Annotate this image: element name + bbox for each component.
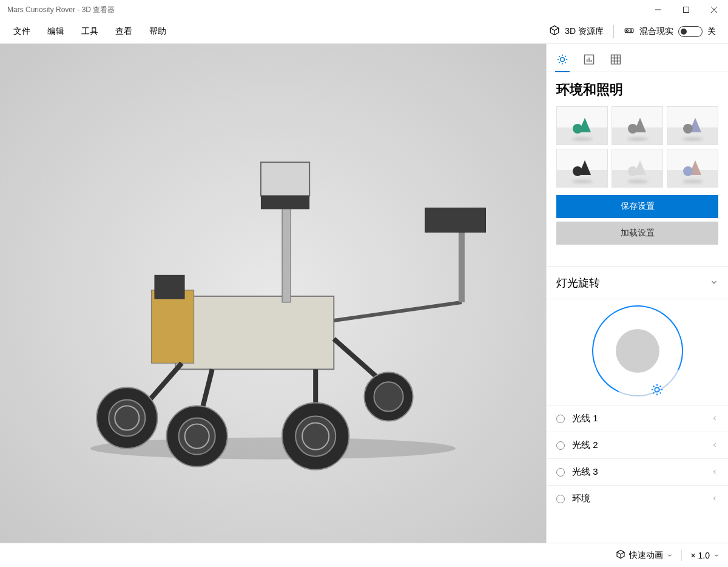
menubar-left: 文件 编辑 工具 查看 帮助	[5, 22, 175, 41]
env-lighting-panel: 环境和照明 保存设置 加载设置	[547, 72, 728, 257]
preset-thumb-3[interactable]	[667, 106, 718, 145]
chart-icon	[583, 53, 595, 66]
radio-icon[interactable]	[556, 495, 565, 503]
menubar-divider	[613, 25, 614, 38]
mixed-reality-toggle[interactable]	[678, 26, 703, 37]
close-button[interactable]	[700, 0, 728, 19]
rotation-header-label: 灯光旋转	[556, 276, 600, 290]
headset-icon	[624, 25, 635, 38]
grid-icon	[610, 53, 622, 66]
mixed-reality-label: 混合现实	[639, 26, 673, 37]
library-label: 3D 资源库	[565, 26, 604, 37]
chevron-left-icon	[711, 494, 718, 504]
sidebar: 环境和照明 保存设置 加载设置 灯光旋转	[546, 44, 728, 543]
menu-help[interactable]: 帮助	[141, 22, 175, 41]
minimize-button[interactable]	[644, 0, 672, 19]
menu-edit[interactable]: 编辑	[39, 22, 73, 41]
chevron-down-icon	[713, 551, 720, 560]
light-row-1[interactable]: 光线 1	[547, 405, 728, 432]
chevron-down-icon	[667, 551, 673, 560]
light-label: 光线 1	[572, 413, 711, 424]
quick-anim-button[interactable]: 快速动画	[616, 549, 673, 561]
light-label: 光线 3	[572, 466, 711, 478]
svg-rect-12	[261, 162, 309, 195]
menubar: 文件 编辑 工具 查看 帮助 3D 资源库 混合现实 关	[0, 19, 728, 44]
svg-point-28	[374, 382, 403, 411]
light-label: 环境	[572, 493, 711, 504]
content-area: 环境和照明 保存设置 加载设置 灯光旋转	[0, 44, 728, 543]
svg-point-26	[295, 416, 335, 457]
tab-lighting[interactable]	[556, 51, 568, 72]
menu-tools[interactable]: 工具	[73, 22, 107, 41]
menu-view[interactable]: 查看	[107, 22, 141, 41]
rotation-dial[interactable]	[592, 305, 683, 396]
rotation-section-header[interactable]: 灯光旋转	[547, 267, 728, 299]
radio-icon[interactable]	[556, 441, 565, 450]
sun-icon	[556, 53, 568, 66]
mixed-reality-state: 关	[707, 26, 716, 37]
svg-line-55	[653, 386, 654, 387]
cube-icon	[549, 25, 560, 38]
svg-rect-10	[154, 275, 184, 299]
preset-grid	[556, 106, 718, 188]
menu-file[interactable]: 文件	[5, 22, 39, 41]
svg-rect-8	[176, 296, 334, 369]
light-row-2[interactable]: 光线 2	[547, 432, 728, 458]
window-controls	[644, 0, 728, 19]
preset-thumb-5[interactable]	[612, 149, 663, 188]
svg-point-6	[630, 30, 632, 32]
save-settings-button[interactable]: 保存设置	[556, 195, 718, 218]
quick-anim-label: 快速动画	[629, 550, 663, 561]
sun-handle-icon[interactable]	[650, 383, 664, 399]
svg-rect-45	[612, 55, 621, 64]
radio-icon[interactable]	[556, 468, 565, 477]
radio-icon[interactable]	[556, 415, 565, 423]
chevron-down-icon	[710, 277, 718, 290]
svg-rect-13	[261, 196, 309, 209]
chevron-left-icon	[711, 440, 718, 450]
tab-grid[interactable]	[610, 51, 622, 72]
light-row-3[interactable]: 光线 3	[547, 458, 728, 485]
rotation-panel	[547, 299, 728, 405]
zoom-control[interactable]: × 1.0	[690, 551, 720, 560]
zoom-label: × 1.0	[690, 551, 710, 560]
panel-title: 环境和照明	[556, 81, 718, 99]
svg-point-50	[655, 387, 659, 392]
statusbar: 快速动画 × 1.0	[0, 543, 728, 567]
window-title: Mars Curiosity Rover - 3D 查看器	[7, 5, 644, 15]
cube-icon	[616, 549, 625, 561]
rover-model[interactable]	[60, 114, 486, 473]
preset-thumb-4[interactable]	[556, 149, 608, 188]
preset-thumb-2[interactable]	[612, 106, 663, 145]
svg-point-32	[561, 58, 565, 62]
svg-line-38	[565, 62, 566, 63]
divider	[681, 550, 682, 561]
load-settings-button[interactable]: 加载设置	[556, 222, 718, 245]
svg-line-40	[565, 56, 566, 57]
svg-line-58	[659, 386, 661, 387]
svg-line-39	[559, 62, 560, 63]
svg-line-56	[659, 393, 661, 394]
svg-line-37	[559, 56, 560, 57]
library-button[interactable]: 3D 资源库	[549, 25, 604, 38]
preset-thumb-6[interactable]	[667, 149, 718, 188]
3d-viewport[interactable]	[0, 44, 546, 543]
svg-rect-16	[425, 208, 486, 233]
chevron-left-icon	[711, 413, 718, 424]
window-titlebar: Mars Curiosity Rover - 3D 查看器	[0, 0, 728, 19]
svg-line-57	[653, 393, 654, 394]
svg-rect-1	[684, 7, 689, 13]
light-row-4[interactable]: 环境	[547, 485, 728, 512]
svg-line-14	[334, 302, 462, 321]
preset-thumb-1[interactable]	[556, 106, 608, 145]
light-label: 光线 2	[572, 440, 711, 451]
sidebar-tabs	[547, 44, 728, 72]
maximize-button[interactable]	[672, 0, 700, 19]
tab-stats[interactable]	[583, 51, 595, 72]
svg-rect-9	[151, 290, 194, 363]
svg-point-5	[627, 30, 629, 32]
mixed-reality-control: 混合现实 关	[624, 25, 716, 38]
menubar-right: 3D 资源库 混合现实 关	[549, 25, 723, 38]
chevron-left-icon	[711, 467, 718, 477]
